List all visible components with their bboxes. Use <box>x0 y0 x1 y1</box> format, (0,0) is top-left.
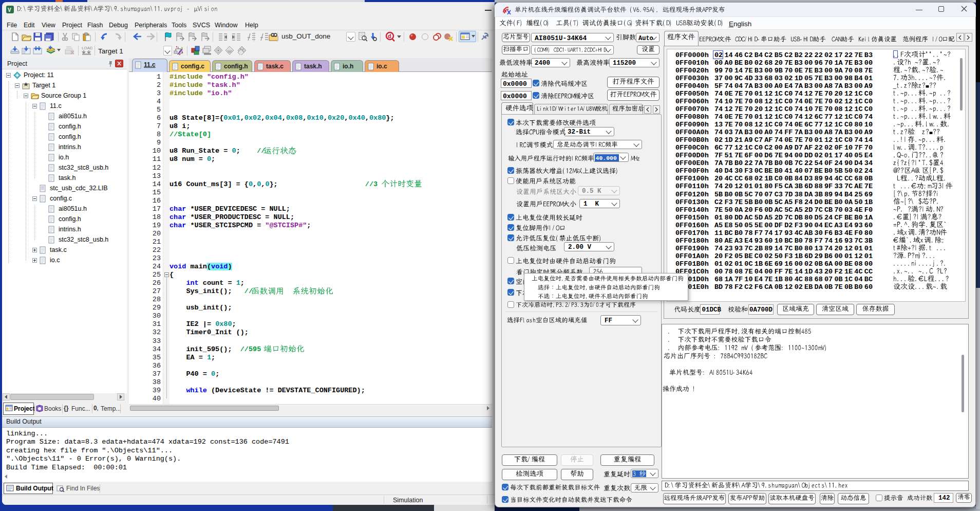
svg-text:d: d <box>388 33 391 39</box>
svg-text:LOAD: LOAD <box>82 46 92 50</box>
